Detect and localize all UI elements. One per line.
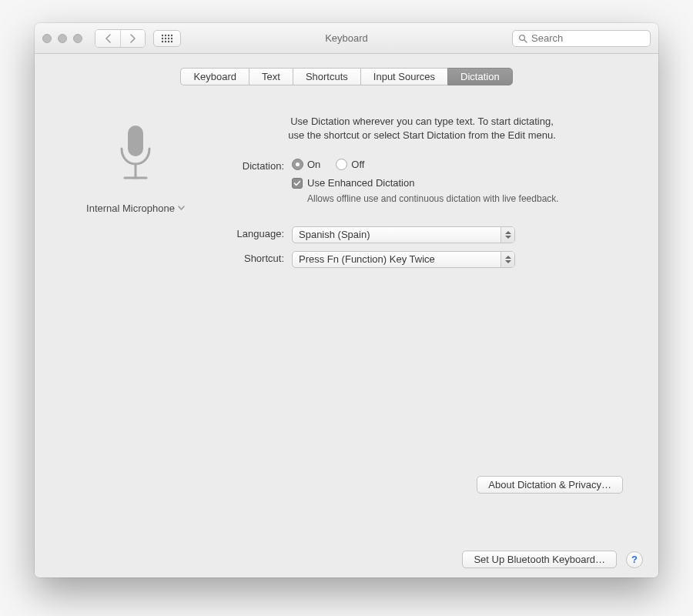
window-controls xyxy=(42,34,82,43)
tab-shortcuts[interactable]: Shortcuts xyxy=(293,68,360,85)
about-dictation-privacy-button[interactable]: About Dictation & Privacy… xyxy=(477,476,623,494)
checkbox-indicator xyxy=(292,178,303,189)
search-field[interactable] xyxy=(512,30,651,47)
titlebar: Keyboard xyxy=(35,23,658,54)
help-button[interactable]: ? xyxy=(626,551,643,568)
shortcut-select[interactable]: Press Fn (Function) Key Twice xyxy=(292,251,515,268)
forward-button[interactable] xyxy=(120,30,145,47)
tab-dictation[interactable]: Dictation xyxy=(447,68,513,85)
microphone-column: Internal Microphone xyxy=(70,115,201,276)
svg-point-11 xyxy=(171,40,172,42)
svg-line-13 xyxy=(524,40,527,42)
keyboard-prefs-window: Keyboard Keyboard Text Shortcuts Input S… xyxy=(35,23,658,578)
stepper-icon xyxy=(500,252,514,267)
svg-point-9 xyxy=(165,40,166,42)
setup-bluetooth-keyboard-button[interactable]: Set Up Bluetooth Keyboard… xyxy=(462,551,617,568)
shortcut-label: Shortcut: xyxy=(221,251,292,264)
tab-text[interactable]: Text xyxy=(249,68,293,85)
dictation-off-radio[interactable]: Off xyxy=(336,159,364,170)
enhanced-dictation-desc: Allows offline use and continuous dictat… xyxy=(307,192,569,205)
tab-bar: Keyboard Text Shortcuts Input Sources Di… xyxy=(50,68,643,85)
svg-point-1 xyxy=(165,34,166,35)
language-select[interactable]: Spanish (Spain) xyxy=(292,226,515,243)
intro-line2: use the shortcut or select Start Dictati… xyxy=(288,129,556,141)
svg-point-6 xyxy=(168,37,169,38)
settings-column: Use Dictation wherever you can type text… xyxy=(221,115,623,276)
microphone-select[interactable]: Internal Microphone xyxy=(86,203,185,214)
svg-point-5 xyxy=(165,37,166,38)
dictation-intro: Use Dictation wherever you can type text… xyxy=(237,115,607,142)
shortcut-value: Press Fn (Function) Key Twice xyxy=(293,253,500,265)
language-label: Language: xyxy=(221,226,292,239)
svg-point-2 xyxy=(168,34,169,35)
svg-rect-14 xyxy=(128,126,143,156)
content-area: Keyboard Text Shortcuts Input Sources Di… xyxy=(35,54,658,578)
dictation-on-radio[interactable]: On xyxy=(292,159,320,170)
grid-icon xyxy=(161,34,173,43)
dictation-label: Dictation: xyxy=(221,159,292,172)
enhanced-dictation-label: Use Enhanced Dictation xyxy=(307,177,414,189)
svg-point-12 xyxy=(520,35,525,40)
microphone-icon xyxy=(112,122,159,192)
search-icon xyxy=(518,34,527,43)
stepper-icon xyxy=(500,227,514,243)
svg-point-8 xyxy=(162,40,163,42)
radio-indicator-off xyxy=(336,159,347,170)
svg-point-10 xyxy=(168,40,169,42)
back-button[interactable] xyxy=(95,30,120,47)
svg-point-3 xyxy=(171,34,172,35)
show-all-prefs-button[interactable] xyxy=(153,30,181,47)
dictation-radio-group: On Off xyxy=(292,159,623,170)
checkmark-icon xyxy=(293,179,301,187)
svg-point-4 xyxy=(162,37,163,38)
tab-input-sources[interactable]: Input Sources xyxy=(360,68,447,85)
chevron-right-icon xyxy=(129,34,136,43)
close-window-button[interactable] xyxy=(42,34,52,43)
radio-off-label: Off xyxy=(351,159,364,170)
bottom-bar: Set Up Bluetooth Keyboard… ? xyxy=(462,551,643,568)
radio-on-label: On xyxy=(307,159,320,170)
chevron-down-icon xyxy=(178,206,185,211)
intro-line1: Use Dictation wherever you can type text… xyxy=(290,116,554,127)
minimize-window-button[interactable] xyxy=(58,34,67,43)
language-value: Spanish (Spain) xyxy=(293,229,500,240)
radio-indicator-on xyxy=(292,159,303,170)
tab-keyboard[interactable]: Keyboard xyxy=(180,68,249,85)
search-input[interactable] xyxy=(531,32,644,44)
microphone-label: Internal Microphone xyxy=(86,203,175,214)
svg-point-7 xyxy=(171,37,172,38)
zoom-window-button[interactable] xyxy=(73,34,82,43)
svg-point-0 xyxy=(162,34,163,35)
nav-buttons xyxy=(95,29,146,48)
dictation-panel: Internal Microphone Use Dictation wherev… xyxy=(50,98,643,506)
chevron-left-icon xyxy=(105,34,112,43)
enhanced-dictation-checkbox[interactable]: Use Enhanced Dictation xyxy=(292,177,414,189)
